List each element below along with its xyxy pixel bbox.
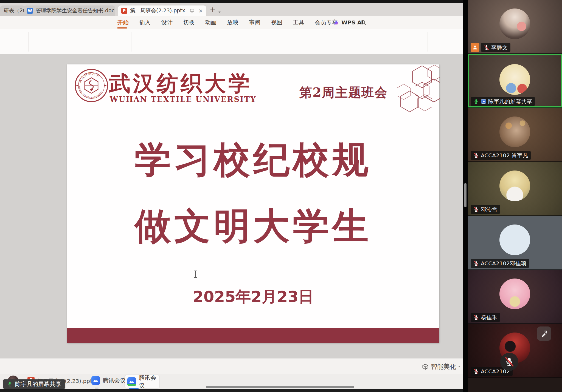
close-tab-icon[interactable]: × — [198, 7, 203, 14]
beautify-gem-icon — [422, 364, 429, 370]
divider — [59, 32, 59, 52]
avatar — [499, 8, 530, 39]
wps-ai-button[interactable]: WPS AI — [333, 19, 364, 26]
slide-footer-bar — [67, 328, 439, 343]
divider — [28, 32, 29, 52]
mic-muted-icon — [473, 315, 479, 320]
avatar — [499, 171, 530, 201]
participant-tile[interactable]: 邓沁雪 — [468, 162, 562, 215]
participant-tile[interactable] — [468, 378, 562, 392]
top-strip: ··· — [0, 0, 463, 3]
menu-home[interactable]: 开始 — [112, 16, 134, 29]
week-header: 第2周主题班会 — [299, 84, 388, 101]
mic-muted-icon — [484, 45, 489, 50]
mic-muted-icon — [473, 369, 479, 374]
participant-tile[interactable]: ACCA2102邓佳颖 — [468, 216, 562, 269]
svg-text:WUHAN TEXTILE UNIVERSITY: WUHAN TEXTILE UNIVERSITY — [78, 86, 103, 99]
menu-insert[interactable]: 插入 — [134, 16, 156, 29]
wps-ai-icon — [333, 19, 339, 25]
participant-tile[interactable]: ACCA2102 — [468, 324, 562, 377]
tab-document-partial[interactable]: 研表（2025 — [0, 5, 25, 16]
divider — [247, 32, 247, 52]
taskbar-meeting-item-2[interactable]: 腾讯会议 — [125, 375, 159, 388]
menu-view[interactable]: 视图 — [266, 16, 288, 29]
ppt-file-icon: P — [121, 8, 127, 14]
annotate-pencil-button[interactable] — [537, 326, 551, 341]
menu-design[interactable]: 设计 — [156, 16, 178, 29]
tab-document-pptx[interactable]: P 第二周班会(2.23).pptx × — [118, 5, 206, 16]
document-tabbar: 研表（2025 W 管理学院学生安全责任告知书.docx P 第二周班会(2.2… — [0, 3, 463, 16]
participant-name-badge: 李静文 — [481, 43, 510, 52]
hexagon-decoration — [393, 64, 440, 113]
menubar: 开始 插入 设计 切换 动画 放映 审阅 视图 工具 会员专享 WPS AI — [0, 16, 463, 29]
divider — [327, 20, 327, 25]
participant-name-badge: ACCA2102邓佳颖 — [471, 259, 529, 268]
tab-document-docx[interactable]: W 管理学院学生安全责任告知书.docx — [24, 5, 115, 16]
participant-tile[interactable]: 杨佳禾 — [468, 270, 562, 323]
taskbar-meeting-item-1[interactable]: 腾讯会议 — [91, 376, 126, 385]
pencil-icon — [540, 329, 548, 338]
participant-name-badge: 陈宇凡的屏幕共享 — [471, 97, 535, 106]
taskbar: P 第二周班会(2.23).pptx - 陈宇凡的屏幕共享 腾讯会议 腾讯会议 — [0, 374, 463, 389]
smart-beautify-button[interactable]: 智能美化 — [422, 362, 460, 371]
divider — [460, 362, 460, 371]
mic-muted-overlay — [500, 353, 518, 371]
screen-share-indicator-pill[interactable]: 陈宇凡的屏幕共享 — [3, 379, 65, 389]
participant-role-badge — [471, 43, 479, 52]
tencent-meeting-icon — [91, 376, 100, 385]
menu-review[interactable]: 审阅 — [244, 16, 266, 29]
slide-title-line2: 做文明大学生 — [67, 202, 439, 251]
sharing-badge — [127, 384, 136, 386]
participant-name-badge: 杨佳禾 — [471, 313, 500, 322]
university-name-cn: 武汉纺织大学 — [109, 69, 252, 98]
screen-share-icon — [481, 99, 486, 104]
participant-tile[interactable]: ACCA2102 肖宇凡 — [468, 108, 562, 161]
divider — [131, 32, 131, 52]
mic-muted-icon — [473, 153, 479, 158]
participant-name-badge: ACCA2102 肖宇凡 — [471, 151, 531, 160]
new-tab-button[interactable]: + — [210, 5, 216, 14]
bottom-strip — [0, 389, 468, 392]
word-file-icon: W — [27, 8, 33, 14]
participant-tile-active-speaker[interactable]: 陈宇凡的屏幕共享 — [468, 54, 562, 107]
menu-slideshow[interactable]: 放映 — [222, 16, 244, 29]
ribbon: 粘贴 ✂ 当页开始 新建幻灯片 — [0, 29, 463, 55]
university-seal-logo: 武汉纺织大学 WUHAN TEXTILE UNIVERSITY — [74, 68, 109, 103]
mic-muted-icon — [473, 207, 479, 212]
tab-list-chevron-icon[interactable] — [218, 9, 221, 14]
menu-tools[interactable]: 工具 — [288, 16, 310, 29]
mic-on-icon — [473, 99, 479, 104]
horizontal-scrollbar[interactable] — [206, 386, 354, 388]
slide-canvas-area[interactable]: 武汉纺织大学 WUHAN TEXTILE UNIVERSITY 武汉纺织大学 W… — [0, 54, 463, 358]
sidebar-scrollbar-thumb[interactable] — [464, 183, 467, 207]
text-cursor — [195, 271, 196, 278]
divider — [357, 32, 357, 52]
avatar — [499, 117, 530, 147]
avatar — [499, 225, 530, 255]
present-monitor-icon[interactable] — [190, 8, 195, 13]
university-name-en: WUHAN TEXTILE UNIVERSITY — [110, 95, 256, 104]
screen: ··· 研表（2025 W 管理学院学生安全责任告知书.docx P 第二周班会… — [0, 0, 562, 392]
mic-muted-icon — [504, 357, 515, 367]
avatar — [499, 279, 530, 309]
divider — [428, 32, 428, 52]
wps-window: ··· 研表（2025 W 管理学院学生安全责任告知书.docx P 第二周班会… — [0, 0, 463, 392]
person-icon — [472, 44, 478, 50]
participant-tile[interactable]: 李静文 — [468, 0, 562, 53]
statusbar: 智能美化 — [0, 358, 463, 374]
running-app-indicator — [95, 388, 99, 388]
avatar — [499, 64, 530, 95]
menu-animation[interactable]: 动画 — [200, 16, 222, 29]
slide-date: 2025年2月23日 — [67, 286, 439, 307]
video-placeholder — [468, 378, 562, 392]
slide-title-line1: 学习校纪校规 — [67, 136, 439, 184]
menu-transition[interactable]: 切换 — [178, 16, 200, 29]
mic-on-icon — [7, 381, 13, 387]
slide[interactable]: 武汉纺织大学 WUHAN TEXTILE UNIVERSITY 武汉纺织大学 W… — [67, 64, 439, 343]
participant-name-badge: 邓沁雪 — [471, 205, 500, 214]
mic-muted-icon — [473, 261, 479, 266]
active-menu-underline — [117, 27, 127, 29]
search-icon[interactable] — [360, 19, 367, 26]
meeting-participant-sidebar: 李静文 陈宇凡的屏幕共享 ACCA2102 肖宇凡 — [468, 0, 562, 392]
